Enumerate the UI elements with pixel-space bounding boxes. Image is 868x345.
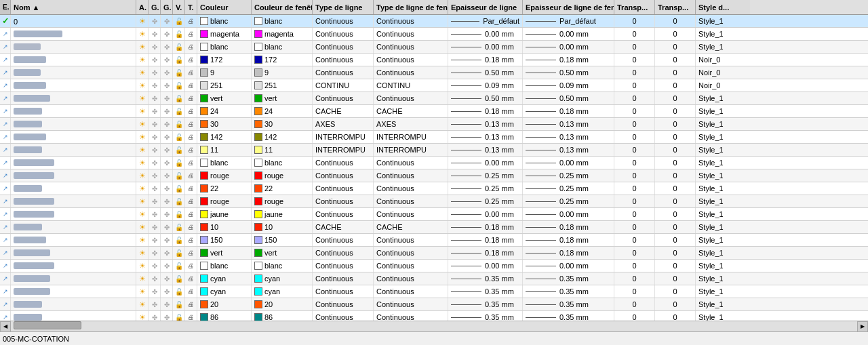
cell-couleur[interactable]: magenta [197, 28, 252, 40]
cell-transp2[interactable]: 0 [655, 92, 696, 104]
cell-g[interactable]: ✤ [149, 247, 161, 259]
cell-style[interactable]: Style_1 [696, 15, 750, 27]
cell-a[interactable]: ☀ [136, 92, 149, 104]
cell-tlignef[interactable]: CACHE [374, 221, 448, 233]
cell-transp[interactable]: 0 [614, 311, 655, 321]
cell-t[interactable]: 🖨 [185, 15, 197, 27]
cell-t[interactable]: 🖨 [185, 79, 197, 92]
cell-couleur[interactable]: 24 [197, 105, 252, 117]
table-row[interactable]: ↗☀✤✤🔓🖨2424CACHECACHE0.18 mm0.18 mm00Styl… [0, 105, 868, 118]
cell-ep[interactable]: 0.00 mm [448, 208, 523, 220]
cell-ep[interactable]: 0.35 mm [448, 311, 523, 321]
cell-cfen[interactable]: blanc [252, 157, 313, 169]
cell-transp2[interactable]: 0 [655, 247, 696, 259]
cell-v[interactable]: 🔓 [173, 105, 185, 117]
cell-style[interactable]: Style_1 [696, 260, 750, 272]
cell-v[interactable]: 🔓 [173, 272, 185, 285]
cell-v[interactable]: 🔓 [173, 131, 185, 143]
cell-transp[interactable]: 0 [614, 272, 655, 285]
cell-epf[interactable]: 0.35 mm [523, 285, 614, 298]
cell-cfen[interactable]: vert [252, 247, 313, 259]
cell-transp2[interactable]: 0 [655, 311, 696, 321]
cell-t[interactable]: 🖨 [185, 247, 197, 259]
cell-transp2[interactable]: 0 [655, 285, 696, 298]
cell-transp[interactable]: 0 [614, 234, 655, 246]
cell-tligne[interactable]: INTERROMPU [313, 144, 374, 156]
cell-t[interactable]: 🖨 [185, 169, 197, 182]
cell-ep[interactable]: Par_défaut [448, 15, 523, 27]
cell-ep[interactable]: 0.50 mm [448, 66, 523, 79]
col-header-epf[interactable]: Epaisseur de ligne de fenêtre [523, 0, 614, 14]
col-header-tlignef[interactable]: Type de ligne de fenêtre [374, 0, 448, 14]
cell-a[interactable]: ☀ [136, 285, 149, 298]
cell-v[interactable]: 🔓 [173, 260, 185, 272]
cell-gv[interactable]: ✤ [161, 182, 173, 195]
cell-transp[interactable]: 0 [614, 15, 655, 27]
cell-ep[interactable]: 0.18 mm [448, 221, 523, 233]
cell-tligne[interactable]: Continuous [313, 247, 374, 259]
cell-v[interactable]: 🔓 [173, 144, 185, 156]
table-row[interactable]: ↗☀✤✤🔓🖨magentamagentaContinuousContinuous… [0, 28, 868, 41]
cell-transp[interactable]: 0 [614, 131, 655, 143]
cell-ep[interactable]: 0.35 mm [448, 285, 523, 298]
col-header-tligne[interactable]: Type de ligne [313, 0, 374, 14]
cell-a[interactable]: ☀ [136, 260, 149, 272]
cell-g[interactable]: ✤ [149, 298, 161, 310]
cell-tligne[interactable]: Continuous [313, 92, 374, 104]
cell-gv[interactable]: ✤ [161, 66, 173, 79]
cell-cfen[interactable]: 142 [252, 131, 313, 143]
cell-tligne[interactable]: Continuous [313, 66, 374, 79]
cell-g[interactable]: ✤ [149, 260, 161, 272]
cell-tligne[interactable]: Continuous [313, 260, 374, 272]
cell-g[interactable]: ✤ [149, 28, 161, 40]
cell-t[interactable]: 🖨 [185, 105, 197, 117]
cell-gv[interactable]: ✤ [161, 208, 173, 220]
cell-tligne[interactable]: Continuous [313, 272, 374, 285]
cell-a[interactable]: ☀ [136, 182, 149, 195]
cell-g[interactable]: ✤ [149, 208, 161, 220]
cell-transp[interactable]: 0 [614, 157, 655, 169]
col-header-a[interactable]: A. [136, 0, 149, 14]
cell-epf[interactable]: 0.18 mm [523, 221, 614, 233]
cell-tligne[interactable]: Continuous [313, 234, 374, 246]
cell-tligne[interactable]: Continuous [313, 182, 374, 195]
cell-cfen[interactable]: cyan [252, 285, 313, 298]
cell-a[interactable]: ☀ [136, 195, 149, 207]
cell-v[interactable]: 🔓 [173, 208, 185, 220]
col-header-g[interactable]: G. [149, 0, 161, 14]
cell-t[interactable]: 🖨 [185, 66, 197, 79]
cell-couleur[interactable]: 172 [197, 54, 252, 66]
cell-g[interactable]: ✤ [149, 118, 161, 130]
cell-gv[interactable]: ✤ [161, 79, 173, 92]
cell-tlignef[interactable]: Continuous [374, 15, 448, 27]
cell-couleur[interactable]: cyan [197, 272, 252, 285]
cell-v[interactable]: 🔓 [173, 169, 185, 182]
cell-tlignef[interactable]: Continuous [374, 41, 448, 53]
cell-tlignef[interactable]: Continuous [374, 247, 448, 259]
cell-epf[interactable]: 0.18 mm [523, 234, 614, 246]
cell-cfen[interactable]: 22 [252, 182, 313, 195]
cell-couleur[interactable]: cyan [197, 285, 252, 298]
cell-cfen[interactable]: 172 [252, 54, 313, 66]
cell-ep[interactable]: 0.35 mm [448, 298, 523, 310]
cell-tlignef[interactable]: Continuous [374, 92, 448, 104]
cell-couleur[interactable]: blanc [197, 41, 252, 53]
col-header-transp2[interactable]: Transp... [655, 0, 696, 14]
horizontal-scrollbar[interactable]: ◀ ▶ [0, 321, 868, 331]
cell-transp2[interactable]: 0 [655, 105, 696, 117]
table-row[interactable]: ↗☀✤✤🔓🖨150150ContinuousContinuous0.18 mm0… [0, 234, 868, 247]
cell-style[interactable]: Style_1 [696, 182, 750, 195]
cell-style[interactable]: Style_1 [696, 234, 750, 246]
scroll-left-arrow[interactable]: ◀ [0, 321, 11, 332]
cell-t[interactable]: 🖨 [185, 195, 197, 207]
col-header-t[interactable]: T. [185, 0, 197, 14]
cell-style[interactable]: Style_1 [696, 221, 750, 233]
cell-a[interactable]: ☀ [136, 118, 149, 130]
cell-g[interactable]: ✤ [149, 131, 161, 143]
table-row[interactable]: ↗☀✤✤🔓🖨blancblancContinuousContinuous0.00… [0, 41, 868, 54]
cell-cfen[interactable]: 11 [252, 144, 313, 156]
col-header-gv[interactable]: G. [161, 0, 173, 14]
cell-tligne[interactable]: Continuous [313, 208, 374, 220]
cell-cfen[interactable]: 20 [252, 298, 313, 310]
cell-g[interactable]: ✤ [149, 195, 161, 207]
